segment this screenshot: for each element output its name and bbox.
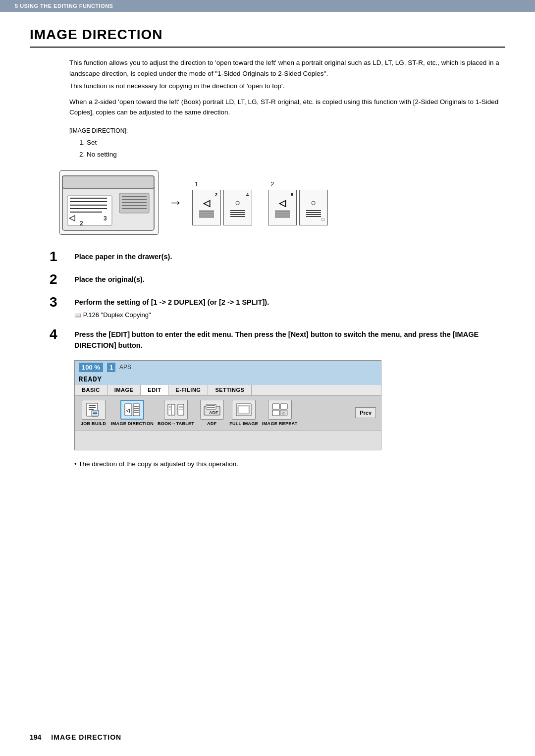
copier-diagram: 3 2 ◁ xyxy=(59,170,159,235)
svg-rect-1 xyxy=(62,176,154,188)
btn-full-image[interactable]: FULL IMAGE xyxy=(229,400,258,426)
btn-book-tablet-label: BOOK↔TABLET xyxy=(158,421,194,426)
ui-tabs-bar: BASIC IMAGE EDIT E-FILING SETTINGS xyxy=(75,385,381,396)
btn-adf-label: ADF xyxy=(207,421,216,426)
ui-top-bar: 100 % 1 APS xyxy=(75,361,381,374)
btn-image-repeat-label: IMAGE REPEAT xyxy=(262,421,297,426)
setting-item-1: 1. Set xyxy=(69,137,505,149)
svg-rect-49 xyxy=(272,404,279,409)
diagram-label-1: 1 xyxy=(192,180,198,188)
btn-job-build-label: JOB BUILD xyxy=(81,421,106,426)
svg-rect-50 xyxy=(280,404,287,409)
step-2-number: 2 xyxy=(50,272,67,286)
ui-ready-bar: READY xyxy=(75,374,381,385)
desc-para-2: This function is not necessary for copyi… xyxy=(69,81,505,92)
footer-title: IMAGE DIRECTION xyxy=(51,733,121,741)
step-4-text: Press the [EDIT] button to enter the edi… xyxy=(74,327,505,351)
step-4-number: 4 xyxy=(50,327,67,341)
svg-text:3: 3 xyxy=(104,215,107,222)
svg-rect-48 xyxy=(239,406,249,413)
svg-rect-22 xyxy=(93,412,97,413)
svg-text:ADF: ADF xyxy=(209,410,218,415)
settings-list: [IMAGE DIRECTION]: 1. Set 2. No setting xyxy=(30,126,505,161)
arrow-right: → xyxy=(168,195,182,211)
step-3: 3 Perform the setting of [1 -> 2 DUPLEX]… xyxy=(50,295,505,319)
ui-screenshot: 100 % 1 APS READY BASIC IMAGE EDIT E-FIL… xyxy=(74,360,381,450)
btn-book-tablet[interactable]: ↔ BOOK↔TABLET xyxy=(158,400,194,426)
svg-rect-42 xyxy=(206,404,216,409)
step-3-sub: 📖 P.126 "Duplex Copying" xyxy=(50,311,151,319)
svg-rect-37 xyxy=(178,404,184,415)
tab-image[interactable]: IMAGE xyxy=(107,385,141,395)
btn-image-repeat-icon: ↺ xyxy=(268,400,292,420)
dir-icon-2b: ○ □ xyxy=(299,190,328,225)
tab-basic[interactable]: BASIC xyxy=(75,385,107,395)
diagram-group-2: 2 ◁ 8 ○ □ xyxy=(268,180,328,225)
footer: 194 IMAGE DIRECTION xyxy=(0,728,535,746)
step-4: 4 Press the [EDIT] button to enter the e… xyxy=(50,327,505,351)
btn-full-image-icon xyxy=(232,400,256,420)
btn-adf[interactable]: ADF ADF xyxy=(198,400,225,426)
btn-image-direction-label: IMAGE DIRECTION xyxy=(111,421,154,426)
step-1-text: Place paper in the drawer(s). xyxy=(74,250,172,263)
diagram-label-2: 2 xyxy=(268,180,274,188)
svg-text:2: 2 xyxy=(80,220,83,227)
btn-image-direction-icon: ◁ xyxy=(120,400,144,420)
bullet-note: The direction of the copy is adjusted by… xyxy=(50,460,505,468)
desc-para-1: This function allows you to adjust the d… xyxy=(69,57,505,79)
btn-image-direction[interactable]: ◁ IMAGE DIRECTION xyxy=(111,400,154,426)
ui-number: 1 xyxy=(107,363,115,372)
setting-item-2: 2. No setting xyxy=(69,149,505,161)
steps-section: 1 Place paper in the drawer(s). 2 Place … xyxy=(30,250,505,468)
footer-page: 194 xyxy=(30,733,41,741)
desc-para-3: When a 2-sided 'open toward the left' (B… xyxy=(69,97,505,118)
tab-edit[interactable]: EDIT xyxy=(141,385,168,395)
dir-icon-1a: ◁ 2 xyxy=(192,190,221,225)
svg-text:◁: ◁ xyxy=(68,214,75,222)
tab-efiling[interactable]: E-FILING xyxy=(168,385,208,395)
svg-rect-26 xyxy=(133,404,140,416)
btn-job-build-icon xyxy=(82,400,106,420)
svg-rect-18 xyxy=(89,405,96,406)
btn-job-build[interactable]: JOB BUILD xyxy=(80,400,107,426)
step-2: 2 Place the original(s). xyxy=(50,272,505,286)
step-1: 1 Place paper in the drawer(s). xyxy=(50,250,505,264)
dir-icon-2a: ◁ 8 xyxy=(268,190,297,225)
diagram-group-1: 1 ◁ 2 ○ 4 xyxy=(192,180,252,225)
step-2-text: Place the original(s). xyxy=(74,272,145,285)
tab-settings[interactable]: SETTINGS xyxy=(208,385,252,395)
svg-text:↺: ↺ xyxy=(282,412,285,415)
page-title: IMAGE DIRECTION xyxy=(30,27,505,48)
settings-label: [IMAGE DIRECTION]: xyxy=(69,126,505,137)
copier-svg: 3 2 ◁ xyxy=(60,171,159,235)
dir-icon-1b: ○ 4 xyxy=(223,190,252,225)
description-block: This function allows you to adjust the d… xyxy=(30,57,505,118)
ui-percent: 100 % xyxy=(79,363,103,372)
svg-text:◁: ◁ xyxy=(125,408,130,413)
ui-buttons-area: JOB BUILD ◁ xyxy=(75,396,381,430)
diagram-section: 3 2 ◁ → 1 ◁ 2 xyxy=(30,170,505,235)
btn-full-image-label: FULL IMAGE xyxy=(229,421,258,426)
btn-image-repeat[interactable]: ↺ IMAGE REPEAT xyxy=(262,400,297,426)
top-banner: 5 USING THE EDITING FUNCTIONS xyxy=(0,0,535,12)
ui-prev-button[interactable]: Prev xyxy=(355,407,376,418)
step-3-text: Perform the setting of [1 -> 2 DUPLEX] (… xyxy=(74,295,269,308)
ui-aps: APS xyxy=(119,364,131,371)
svg-rect-19 xyxy=(89,407,96,408)
svg-rect-11 xyxy=(119,193,149,213)
step-3-number: 3 xyxy=(50,295,67,309)
step-1-number: 1 xyxy=(50,250,67,264)
svg-rect-51 xyxy=(272,410,279,416)
btn-adf-icon: ADF xyxy=(200,400,224,420)
svg-rect-23 xyxy=(93,413,97,414)
btn-book-tablet-icon: ↔ xyxy=(164,400,188,420)
